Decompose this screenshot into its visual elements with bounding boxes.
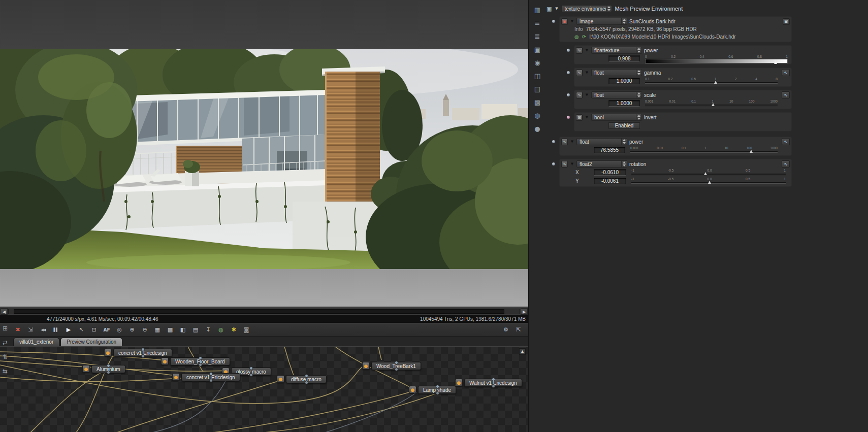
image-type-select[interactable]: image: [576, 18, 627, 25]
grid-toggle-icon[interactable]: ⊞: [1, 324, 10, 333]
power-tex-pin-dot[interactable]: [566, 48, 570, 52]
imager-settings-icon[interactable]: ▩: [532, 97, 542, 108]
restart-render-button[interactable]: ✖: [13, 325, 22, 335]
collapse-arrow-icon[interactable]: ▼: [585, 93, 589, 97]
viewport-horizontal-scrollbar[interactable]: ◀ ▶: [0, 307, 528, 315]
node-graph-canvas[interactable]: ● concret v1 Ericdesign ● Wooden_Floor_B…: [0, 346, 528, 432]
rewind-button[interactable]: ◀◀: [39, 325, 48, 335]
zoom-in-button[interactable]: ⊕: [127, 325, 137, 335]
node-type-select[interactable]: texture environment: [561, 5, 612, 12]
spinner-icon[interactable]: [621, 161, 627, 167]
gamma-type-select[interactable]: float: [591, 69, 642, 76]
fullscreen-button[interactable]: ⇱: [514, 325, 523, 335]
spinner-icon[interactable]: [636, 47, 641, 53]
debug-pixel-button[interactable]: ✱: [229, 325, 238, 335]
zoom-out-button[interactable]: ⊖: [140, 325, 149, 335]
rotation-y-value-input[interactable]: -0.0061: [594, 178, 626, 184]
sync-icon[interactable]: ⇅: [1, 352, 10, 361]
invert-type-select[interactable]: bool: [591, 114, 642, 121]
scale-value-input[interactable]: 1.0000: [608, 100, 640, 107]
reload-globe-icon[interactable]: ◍: [574, 34, 579, 40]
power-tex-value-input[interactable]: 0.908: [608, 55, 640, 62]
gamma-slider[interactable]: [645, 82, 778, 84]
outliner-icon[interactable]: ≣: [532, 31, 542, 42]
collapse-arrow-icon[interactable]: ▼: [585, 48, 589, 52]
scroll-right-button[interactable]: ▶: [521, 308, 528, 315]
play-button[interactable]: ▶: [64, 325, 73, 335]
settings-wrench-button[interactable]: ⚙: [501, 325, 510, 335]
power-value-input[interactable]: 76.5855: [594, 147, 625, 153]
image-pin-dot[interactable]: [552, 19, 556, 23]
spinner-icon[interactable]: [636, 70, 641, 76]
rotation-pin-dot[interactable]: [552, 162, 556, 166]
node-wood-treebark1[interactable]: ● Wood_TreeBark1: [362, 361, 421, 370]
power-tex-slider[interactable]: [645, 59, 788, 63]
pick-focus-button[interactable]: ⊡: [89, 325, 99, 335]
image-options-button[interactable]: ▣: [783, 18, 790, 25]
gamma-value-input[interactable]: 1.0000: [608, 78, 640, 84]
node-concret-v1-ericdesign-2[interactable]: ● concret v1 Ericdesign: [172, 373, 240, 381]
graph-scroll-up-button[interactable]: ▲: [519, 348, 526, 355]
scale-type-select[interactable]: float: [591, 91, 642, 98]
render-viewport[interactable]: [0, 0, 528, 307]
power-pin-dot[interactable]: [552, 140, 556, 144]
pan-mode-icon[interactable]: ⇆: [1, 367, 10, 376]
power-tex-type-select[interactable]: floattexture: [591, 47, 642, 54]
invert-pin-dot[interactable]: [566, 115, 570, 119]
scrollbar-track[interactable]: [8, 309, 520, 314]
swap-ab-icon[interactable]: ⇄: [1, 338, 10, 347]
invert-enabled-toggle[interactable]: Enabled: [608, 122, 640, 129]
power-curve-button[interactable]: ∿: [782, 138, 790, 145]
node-diffuse-macro[interactable]: ● diffuse macro: [277, 375, 327, 383]
power-type-select[interactable]: float: [576, 138, 627, 145]
rotation-y-slider[interactable]: [631, 182, 786, 184]
node-concret-v1-ericdesign-1[interactable]: ● concret v1 Ericdesign: [104, 348, 172, 357]
postfx-icon[interactable]: ◍: [532, 111, 542, 121]
rotation-x-slider[interactable]: [631, 174, 786, 175]
rotation-type-select[interactable]: float2: [576, 160, 627, 168]
render-region-button[interactable]: ◍: [216, 325, 226, 335]
spinner-icon[interactable]: [636, 92, 641, 98]
render-passes-icon[interactable]: ▤: [532, 84, 542, 94]
lock-viewport-button[interactable]: ◙: [242, 325, 251, 335]
tab-preview-configuration[interactable]: Preview Configuration: [60, 338, 122, 346]
checker-background-button[interactable]: ▩: [166, 325, 175, 335]
scale-slider[interactable]: [645, 105, 778, 106]
texture-preview-icon[interactable]: ▣: [532, 45, 542, 55]
node-aluminium[interactable]: ● Aluminium: [82, 364, 125, 373]
copy-image-button[interactable]: ▤: [191, 325, 200, 335]
alpha-mode-button[interactable]: ▦: [153, 325, 162, 335]
node-walnut-v1-ericdesign[interactable]: ● Walnut v1 Ericdesign: [455, 378, 522, 387]
autofocus-button[interactable]: AF: [102, 325, 111, 335]
spinner-icon[interactable]: [636, 114, 641, 120]
pick-material-button[interactable]: ↖: [77, 325, 86, 335]
levels-icon[interactable]: ≡: [532, 18, 542, 28]
pause-button[interactable]: ▌▌: [51, 325, 60, 335]
camera-settings-icon[interactable]: ◉: [532, 58, 542, 68]
collapse-arrow-icon[interactable]: ▼: [585, 115, 589, 119]
power-slider[interactable]: [630, 151, 778, 153]
white-balance-button[interactable]: ◎: [115, 325, 124, 335]
collapse-arrow-icon[interactable]: ▼: [570, 162, 574, 166]
node-wooden-floor-board[interactable]: ● Wooden_Floor_Board: [161, 357, 230, 365]
gamma-curve-button[interactable]: ∿: [782, 69, 790, 76]
scale-pin-dot[interactable]: [566, 93, 570, 97]
tab-villa01-exterior[interactable]: villa01_exterior: [13, 338, 59, 346]
spinner-icon[interactable]: [606, 6, 612, 12]
gamma-pin-dot[interactable]: [566, 71, 570, 75]
spinner-icon[interactable]: [621, 18, 627, 24]
scroll-left-button[interactable]: ◀: [1, 308, 8, 315]
scrollbar-thumb[interactable]: [14, 309, 504, 314]
node-lamp-shade[interactable]: ● Lamp shade: [409, 385, 456, 394]
material-preview-icon[interactable]: ●: [532, 124, 542, 134]
refresh-icon[interactable]: ⟳: [582, 34, 586, 40]
scale-curve-button[interactable]: ∿: [782, 91, 790, 98]
subsampling-button[interactable]: ◧: [178, 325, 187, 335]
spinner-icon[interactable]: [621, 139, 627, 145]
fit-view-button[interactable]: ⇲: [26, 325, 35, 335]
tree-expander-icon[interactable]: ▼: [554, 7, 559, 11]
rotation-x-value-input[interactable]: -0.0610: [594, 169, 626, 176]
collapse-arrow-icon[interactable]: ▼: [570, 140, 574, 144]
collapse-arrow-icon[interactable]: ▼: [570, 19, 574, 23]
rotation-curve-button[interactable]: ∿: [782, 160, 790, 168]
